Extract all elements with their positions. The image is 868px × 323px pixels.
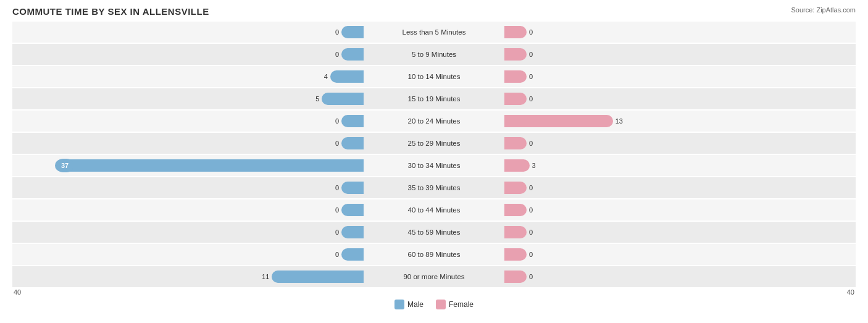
bar-value-label: 13 xyxy=(616,117,623,125)
left-side: 0 xyxy=(12,44,366,65)
bar-female: 0 xyxy=(504,248,527,261)
row-label: 45 to 59 Minutes xyxy=(366,229,502,236)
table-row: 025 to 29 Minutes0 xyxy=(12,133,856,154)
bar-value-label: 11 xyxy=(262,273,269,280)
table-row: 515 to 19 Minutes0 xyxy=(12,88,856,109)
chart-container: COMMUTE TIME BY SEX IN ALLENSVILLE Sourc… xyxy=(0,0,868,323)
bar-male: 0 xyxy=(341,182,364,194)
table-row: 05 to 9 Minutes0 xyxy=(12,44,856,65)
bar-value-label: 0 xyxy=(529,206,533,214)
right-side: 0 xyxy=(502,199,856,220)
left-side: 0 xyxy=(12,177,366,198)
bar-male: 5 xyxy=(322,93,364,105)
bar-value-label: 0 xyxy=(529,273,533,280)
bar-female: 0 xyxy=(504,137,527,149)
bar-value-label: 37 xyxy=(56,159,73,172)
table-row: 410 to 14 Minutes0 xyxy=(12,66,856,87)
bar-value-label: 0 xyxy=(335,251,339,258)
bar-value-label: 0 xyxy=(335,206,339,214)
axis-right: 40 xyxy=(847,288,854,296)
row-label: 30 to 34 Minutes xyxy=(366,162,502,169)
bar-male: 0 xyxy=(341,26,364,38)
source-label: Source: ZipAtlas.com xyxy=(791,6,856,14)
right-side: 0 xyxy=(502,133,856,154)
right-side: 0 xyxy=(502,244,856,265)
left-side: 5 xyxy=(12,88,366,109)
row-label: 20 to 24 Minutes xyxy=(366,117,502,125)
bar-value-label: 3 xyxy=(532,162,536,169)
right-side: 0 xyxy=(502,222,856,243)
bar-male: 0 xyxy=(341,226,364,238)
bar-value-label: 0 xyxy=(529,184,533,191)
bar-value-label: 0 xyxy=(529,140,533,147)
row-label: 40 to 44 Minutes xyxy=(366,206,502,214)
bar-female: 3 xyxy=(504,159,530,172)
bar-value-label: 0 xyxy=(529,51,533,58)
male-label: Male xyxy=(407,300,424,309)
row-label: 10 to 14 Minutes xyxy=(366,73,502,80)
bar-female: 13 xyxy=(504,115,613,127)
bar-female: 0 xyxy=(504,226,527,238)
bar-male: 11 xyxy=(272,271,364,283)
male-color-box xyxy=(394,300,404,309)
bar-male: 0 xyxy=(341,48,364,61)
bar-value-label: 0 xyxy=(529,229,533,236)
right-side: 0 xyxy=(502,44,856,65)
left-side: 0 xyxy=(12,22,366,43)
right-side: 0 xyxy=(502,88,856,109)
bar-male: 0 xyxy=(341,204,364,216)
row-label: 5 to 9 Minutes xyxy=(366,51,502,58)
bar-female: 0 xyxy=(504,204,527,216)
table-row: 040 to 44 Minutes0 xyxy=(12,199,856,220)
bar-female: 0 xyxy=(504,93,527,105)
bar-value-label: 0 xyxy=(335,117,339,125)
bar-female: 0 xyxy=(504,70,527,83)
legend: Male Female xyxy=(12,300,856,309)
female-label: Female xyxy=(449,300,474,309)
left-side: 4 xyxy=(12,66,366,87)
bar-male: 0 xyxy=(341,248,364,261)
row-label: Less than 5 Minutes xyxy=(366,28,502,36)
chart-title: COMMUTE TIME BY SEX IN ALLENSVILLE xyxy=(12,6,856,17)
left-side: 0 xyxy=(12,199,366,220)
left-side: 11 xyxy=(12,266,366,287)
bar-value-label: 4 xyxy=(324,73,328,80)
left-side: 0 xyxy=(12,111,366,132)
left-side: 37 xyxy=(12,155,366,176)
right-side: 0 xyxy=(502,66,856,87)
table-row: 035 to 39 Minutes0 xyxy=(12,177,856,198)
row-label: 35 to 39 Minutes xyxy=(366,184,502,191)
bar-value-label: 0 xyxy=(335,28,339,36)
table-row: 045 to 59 Minutes0 xyxy=(12,222,856,243)
bar-value-label: 0 xyxy=(335,140,339,147)
legend-female: Female xyxy=(436,300,474,309)
row-label: 25 to 29 Minutes xyxy=(366,140,502,147)
bar-male: 37 xyxy=(55,159,364,172)
right-side: 13 xyxy=(502,111,856,132)
table-row: 1190 or more Minutes0 xyxy=(12,266,856,287)
chart-area: 0Less than 5 Minutes005 to 9 Minutes0410… xyxy=(12,22,856,277)
left-side: 0 xyxy=(12,222,366,243)
bar-value-label: 0 xyxy=(335,229,339,236)
bar-value-label: 0 xyxy=(529,73,533,80)
left-side: 0 xyxy=(12,133,366,154)
right-side: 0 xyxy=(502,266,856,287)
table-row: 0Less than 5 Minutes0 xyxy=(12,22,856,43)
axis-left: 40 xyxy=(14,288,21,296)
bar-male: 4 xyxy=(330,70,364,83)
row-label: 15 to 19 Minutes xyxy=(366,95,502,103)
row-label: 90 or more Minutes xyxy=(366,273,502,280)
right-side: 3 xyxy=(502,155,856,176)
bar-value-label: 0 xyxy=(335,51,339,58)
axis-labels: 40 40 xyxy=(12,288,856,296)
bar-value-label: 0 xyxy=(529,28,533,36)
table-row: 060 to 89 Minutes0 xyxy=(12,244,856,265)
bar-female: 0 xyxy=(504,182,527,194)
bar-female: 0 xyxy=(504,48,527,61)
left-side: 0 xyxy=(12,244,366,265)
bar-value-label: 0 xyxy=(529,95,533,103)
bar-female: 0 xyxy=(504,26,527,38)
rows-wrapper: 0Less than 5 Minutes005 to 9 Minutes0410… xyxy=(12,22,856,287)
table-row: 020 to 24 Minutes13 xyxy=(12,111,856,132)
legend-male: Male xyxy=(394,300,424,309)
